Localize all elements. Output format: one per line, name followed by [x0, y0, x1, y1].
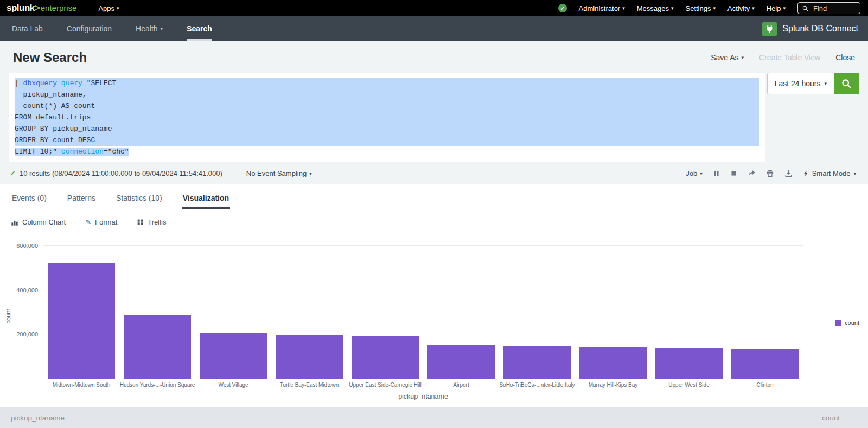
x-axis-label: Upper West Side [651, 382, 727, 388]
column-header-pickup-ntaname[interactable]: pickup_ntaname [11, 414, 65, 422]
legend-swatch-icon [835, 320, 841, 326]
query-line: pickup_ntaname, [15, 89, 760, 100]
query-line: GROUP BY pickup_ntaname [15, 123, 760, 135]
logo-product: enterprise [41, 3, 77, 12]
chart-bar[interactable] [655, 348, 722, 379]
tab-visualization[interactable]: Visualization [182, 188, 230, 209]
x-axis-title: pickup_ntaname [43, 393, 803, 400]
save-as-label: Save As [711, 53, 738, 62]
event-sampling-label: No Event Sampling [246, 169, 307, 177]
share-button[interactable] [748, 169, 756, 177]
tab-statistics[interactable]: Statistics (10) [115, 188, 163, 209]
chevron-down-icon: ▾ [700, 171, 703, 176]
print-button[interactable] [766, 169, 774, 177]
query-line: ORDER BY count DESC [15, 135, 760, 146]
nav-data-lab-label: Data Lab [12, 24, 43, 33]
apps-menu[interactable]: Apps ▾ [98, 4, 119, 12]
chevron-down-icon: ▾ [161, 26, 163, 31]
chart-bar[interactable] [731, 349, 798, 379]
chart-bar[interactable] [124, 315, 190, 379]
chevron-down-icon: ▾ [622, 5, 625, 11]
user-menu[interactable]: Administrator ▾ [579, 4, 625, 12]
search-submit-button[interactable] [834, 73, 859, 94]
chart-bar[interactable] [427, 345, 494, 379]
search-query-editor[interactable]: | dbxquery query="SELECT pickup_ntaname,… [9, 73, 765, 162]
success-check-icon: ✓ [10, 169, 16, 177]
find-input[interactable] [812, 4, 856, 13]
trellis-menu[interactable]: Trellis [137, 218, 166, 226]
chart-bar[interactable] [48, 263, 114, 379]
pause-button[interactable] [713, 170, 720, 177]
chart-bar[interactable] [200, 333, 266, 379]
pencil-icon: ✎ [85, 218, 91, 226]
logo-brand: splunk [7, 3, 35, 14]
x-axis-label: Hudson Yards-...-Union Square [119, 382, 195, 388]
chart-type-picker[interactable]: Column Chart [11, 218, 66, 226]
health-status-icon[interactable]: ✓ [558, 4, 567, 12]
chevron-down-icon: ▾ [671, 5, 674, 11]
chevron-down-icon: ▾ [309, 171, 312, 176]
help-menu-label: Help [767, 4, 781, 12]
tab-patterns[interactable]: Patterns [66, 188, 97, 209]
create-table-view-button[interactable]: Create Table View [759, 53, 820, 62]
app-navbar: Data Lab Configuration Health ▾ Search S… [0, 16, 868, 41]
column-chart: count 200,000400,000600,000 Midtown-Midt… [0, 232, 868, 400]
nav-configuration[interactable]: Configuration [55, 16, 124, 41]
chart-bar[interactable] [503, 346, 570, 379]
search-mode-dropdown[interactable]: Smart Mode ▾ [803, 169, 856, 177]
chevron-down-icon: ▾ [752, 5, 755, 11]
column-chart-icon [11, 219, 18, 226]
settings-menu-label: Settings [686, 4, 711, 12]
time-range-label: Last 24 hours [775, 79, 821, 88]
x-axis-label: Upper East Side-Carnegie Hill [347, 382, 423, 388]
column-header-count[interactable]: count [822, 414, 840, 422]
x-axis-label: Midtown-Midtown South [43, 382, 119, 388]
chart-bar[interactable] [276, 335, 342, 379]
search-bar: | dbxquery query="SELECT pickup_ntaname,… [0, 72, 868, 162]
chart-type-label: Column Chart [22, 218, 66, 226]
query-line: | dbxquery query="SELECT [15, 78, 760, 89]
messages-menu-label: Messages [637, 4, 669, 12]
statistics-table-header: pickup_ntaname count [0, 407, 868, 428]
smart-mode-icon [803, 170, 809, 177]
chevron-down-icon: ▾ [742, 55, 744, 60]
activity-menu[interactable]: Activity ▾ [727, 4, 755, 12]
nav-health[interactable]: Health ▾ [124, 16, 175, 41]
results-tabs: Events (0) Patterns Statistics (10) Visu… [0, 184, 868, 209]
settings-menu[interactable]: Settings ▾ [686, 4, 716, 12]
export-button[interactable] [784, 169, 793, 177]
query-line: FROM default.trips [15, 112, 760, 123]
y-tick-label: 600,000 [16, 242, 38, 249]
chart-legend[interactable]: count [835, 320, 859, 326]
time-range-picker[interactable]: Last 24 hours ▾ [767, 73, 834, 94]
save-as-menu[interactable]: Save As ▾ [711, 53, 744, 62]
format-menu[interactable]: ✎ Format [85, 218, 117, 226]
page-header: New Search Save As ▾ Create Table View C… [0, 41, 868, 72]
legend-label: count [845, 320, 859, 326]
help-menu[interactable]: Help ▾ [767, 4, 786, 12]
splunk-logo[interactable]: splunk > enterprise [7, 3, 76, 14]
chevron-down-icon: ▾ [783, 5, 786, 11]
chart-plot: 200,000400,000600,000 [43, 240, 803, 379]
stop-button[interactable] [730, 170, 737, 177]
chart-bar[interactable] [579, 347, 646, 379]
query-line: LIMIT 10;" connection="chc" [15, 146, 760, 157]
chart-bar[interactable] [352, 336, 418, 379]
chevron-down-icon: ▾ [853, 171, 856, 176]
nav-data-lab[interactable]: Data Lab [0, 16, 55, 41]
tab-events[interactable]: Events (0) [11, 188, 48, 209]
db-connect-icon [762, 22, 777, 36]
search-icon [841, 79, 852, 89]
format-label: Format [95, 218, 117, 226]
y-tick-label: 400,000 [16, 287, 38, 293]
find-search-box[interactable] [797, 2, 860, 14]
nav-search[interactable]: Search [175, 16, 224, 41]
job-menu[interactable]: Job ▾ [686, 169, 703, 177]
close-button[interactable]: Close [835, 53, 855, 62]
app-identity[interactable]: Splunk DB Connect [762, 16, 858, 41]
event-sampling-dropdown[interactable]: No Event Sampling ▾ [246, 169, 312, 177]
chevron-down-icon: ▾ [713, 5, 716, 11]
messages-menu[interactable]: Messages ▾ [637, 4, 674, 12]
logo-gt-icon: > [35, 3, 40, 14]
viz-toolbar: Column Chart ✎ Format Trellis [0, 209, 868, 232]
